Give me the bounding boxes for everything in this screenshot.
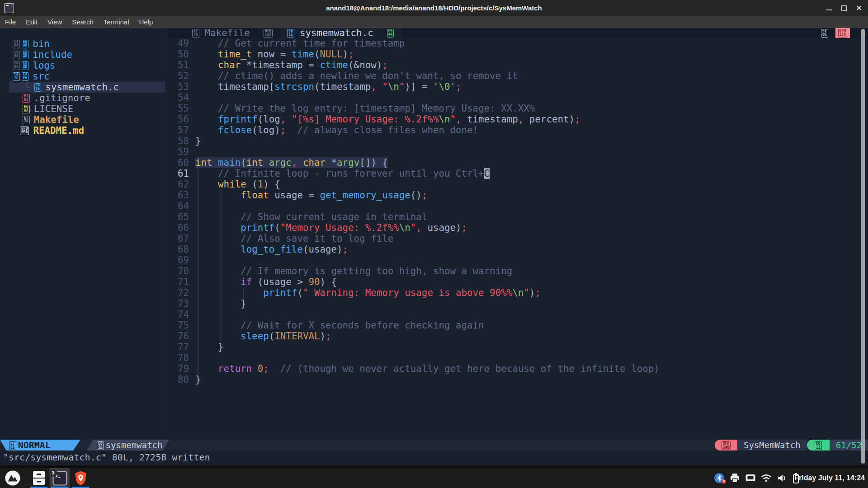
line-number: 57 bbox=[169, 125, 189, 136]
tree-item-include[interactable]: F460E6ADinclude bbox=[0, 49, 169, 60]
code-line-61[interactable]: 61│ // Infinite loop - runs forever unti… bbox=[169, 168, 868, 179]
tree-item-label: sysmemwatch.c bbox=[45, 82, 119, 93]
glyph-box-icon: F205 bbox=[821, 29, 828, 38]
tree-item-gitignore[interactable]: E702.gitignore bbox=[0, 93, 169, 103]
code-line-text: │ │ // Wait for X seconds before checkin… bbox=[195, 320, 484, 331]
line-number: 51 bbox=[169, 60, 189, 70]
display-icon[interactable] bbox=[745, 474, 756, 483]
tree-item-src[interactable]: F47CEAF6src bbox=[0, 71, 169, 82]
tree-item-bin[interactable]: F460E6ADbin bbox=[0, 38, 169, 49]
tree-item-readme-md[interactable]: 0F00BAREADME.md bbox=[0, 125, 169, 136]
code-line-58[interactable]: 58} bbox=[169, 136, 868, 146]
buffer-close-icon[interactable]: 0F0156 bbox=[835, 28, 850, 38]
code-line-51[interactable]: 51 char *timestamp = ctime(&now); bbox=[169, 60, 868, 70]
system-tray: ✕ bbox=[714, 468, 799, 488]
code-line-75[interactable]: 75│ │ // Wait for X seconds before check… bbox=[169, 320, 868, 331]
code-line-62[interactable]: 62│ while (1) { bbox=[169, 179, 868, 190]
code-line-66[interactable]: 66│ │ printf("Memory Usage: %.2f%%\n", u… bbox=[169, 222, 868, 233]
code-editor[interactable]: 49 // Get current time for timestamp50 t… bbox=[169, 38, 868, 440]
code-line-71[interactable]: 71│ │ if (usage > 90) { bbox=[169, 277, 868, 287]
tab-close-icon[interactable]: 0F0156 bbox=[264, 29, 273, 38]
menu-file[interactable]: File bbox=[0, 16, 21, 28]
line-number: 60 bbox=[169, 157, 189, 168]
bluetooth-icon[interactable]: ✕ bbox=[714, 473, 725, 483]
folder-icon: E6AD bbox=[22, 51, 29, 59]
tree-item-sysmemwatch-c[interactable]: └E61Esysmemwatch.c bbox=[9, 82, 165, 93]
menu-terminal[interactable]: Terminal bbox=[99, 16, 134, 28]
app-menu-button[interactable] bbox=[3, 468, 23, 488]
code-line-63[interactable]: 63│ │ float usage = get_memory_usage(); bbox=[169, 190, 868, 201]
distro-logo-icon bbox=[5, 470, 21, 486]
code-line-52[interactable]: 52 // ctime() adds a newline we don't wa… bbox=[169, 70, 868, 81]
brave-browser-button[interactable] bbox=[71, 468, 90, 488]
code-line-55[interactable]: 55 // Write the log entry: [timestamp] M… bbox=[169, 103, 868, 114]
file-manager-button[interactable] bbox=[29, 468, 49, 488]
code-line-57[interactable]: 57 fclose(log); // always close files wh… bbox=[169, 125, 868, 136]
editor-workspace: F460E6ADbinF460E6ADincludeF460E6ADlogsF4… bbox=[0, 28, 868, 440]
line-number: 71 bbox=[169, 277, 189, 287]
menu-search[interactable]: Search bbox=[67, 16, 99, 28]
code-line-79[interactable]: 79│ return 0; // (though we never actual… bbox=[169, 363, 868, 374]
tab-sysmemwatch[interactable]: E61Esysmemwatch.cF444 bbox=[281, 28, 402, 38]
code-line-text: │ │ // If memory is getting too high, sh… bbox=[195, 266, 512, 277]
line-number: 62 bbox=[169, 179, 189, 190]
tab-makefile[interactable]: E779Makefile0F0156 bbox=[186, 28, 281, 38]
mode-icon-slot: E7C5 bbox=[9, 440, 18, 450]
terminal-button[interactable]: 3 bbox=[50, 468, 70, 488]
printer-icon[interactable] bbox=[730, 473, 740, 483]
project-segment: SysMemWatch bbox=[737, 440, 807, 450]
code-line-69[interactable]: 69│ │ bbox=[169, 255, 868, 266]
code-line-74[interactable]: 74│ │ bbox=[169, 309, 868, 320]
code-line-text: fclose(log); // always close files when … bbox=[195, 125, 478, 136]
tree-item-makefile[interactable]: E779Makefile bbox=[0, 114, 169, 125]
tree-item-logs[interactable]: F460E6ADlogs bbox=[0, 60, 169, 71]
file-icon: 0F00BA bbox=[20, 127, 29, 135]
minimize-button[interactable] bbox=[824, 3, 835, 14]
code-line-50[interactable]: 50 time_t now = time(NULL); bbox=[169, 49, 868, 60]
code-line-54[interactable]: 54 bbox=[169, 92, 868, 103]
code-line-78[interactable]: 78│ bbox=[169, 352, 868, 363]
menu-help[interactable]: Help bbox=[134, 16, 158, 28]
buffer-pin-icon[interactable]: F205 bbox=[818, 28, 831, 38]
tree-item-label: logs bbox=[33, 60, 55, 71]
close-button[interactable]: ✕ bbox=[854, 3, 864, 14]
code-line-72[interactable]: 72│ │ │ printf(" Warning: Memory usage i… bbox=[169, 287, 868, 298]
filetype-icon: E61E bbox=[97, 441, 104, 450]
code-line-68[interactable]: 68│ │ log_to_file(usage); bbox=[169, 244, 868, 255]
code-line-59[interactable]: 59 bbox=[169, 146, 868, 157]
line-number: 78 bbox=[169, 352, 189, 363]
code-line-65[interactable]: 65│ │ // Show current usage in terminal bbox=[169, 211, 868, 222]
code-line-text: fprintf(log, "[%s] Memory Usage: %.2f%%\… bbox=[195, 114, 580, 125]
code-line-60[interactable]: 60int main(int argc, char *argv[]) { bbox=[169, 157, 868, 168]
line-number: 68 bbox=[169, 244, 189, 255]
wifi-icon[interactable] bbox=[761, 474, 772, 483]
code-line-text: │ │ // Show current usage in terminal bbox=[195, 211, 427, 222]
scrollbar-thumb[interactable] bbox=[861, 29, 865, 464]
code-line-73[interactable]: 73│ │ } bbox=[169, 298, 868, 309]
project-label: SysMemWatch bbox=[744, 440, 801, 450]
code-line-text: │ │ sleep(INTERVAL); bbox=[195, 331, 331, 342]
cursor-position: 61/52 bbox=[836, 440, 862, 450]
code-line-76[interactable]: 76│ │ sleep(INTERVAL); bbox=[169, 331, 868, 342]
statusline-file-label: sysmemwatch.c bbox=[106, 440, 173, 450]
code-line-77[interactable]: 77│ } bbox=[169, 342, 868, 352]
tree-item-license[interactable]: E60ALICENSE bbox=[0, 103, 169, 114]
volume-icon[interactable] bbox=[777, 473, 788, 483]
code-line-53[interactable]: 53 timestamp[strcspn(timestamp, "\n")] =… bbox=[169, 81, 868, 92]
code-line-56[interactable]: 56 fprintf(log, "[%s] Memory Usage: %.2f… bbox=[169, 114, 868, 125]
window-count-badge: 3 bbox=[49, 468, 57, 477]
code-line-49[interactable]: 49 // Get current time for timestamp bbox=[169, 38, 868, 49]
code-line-70[interactable]: 70│ │ // If memory is getting too high, … bbox=[169, 266, 868, 277]
code-line-80[interactable]: 80} bbox=[169, 374, 868, 385]
menu-view[interactable]: View bbox=[42, 16, 67, 28]
file-icon: E702 bbox=[23, 94, 30, 103]
glyph-box-icon: 0F0156 bbox=[838, 29, 847, 38]
taskbar-clock[interactable]: Friday July 11, 14:24 bbox=[794, 468, 865, 488]
menu-edit[interactable]: Edit bbox=[21, 16, 42, 28]
bluetooth-off-badge: ✕ bbox=[722, 479, 726, 484]
brave-icon bbox=[74, 470, 88, 486]
code-line-64[interactable]: 64│ │ bbox=[169, 201, 868, 211]
code-line-67[interactable]: 67│ │ // Also save it to log file bbox=[169, 233, 868, 244]
maximize-button[interactable] bbox=[839, 3, 849, 14]
menubar: FileEditViewSearchTerminalHelp bbox=[0, 16, 868, 28]
